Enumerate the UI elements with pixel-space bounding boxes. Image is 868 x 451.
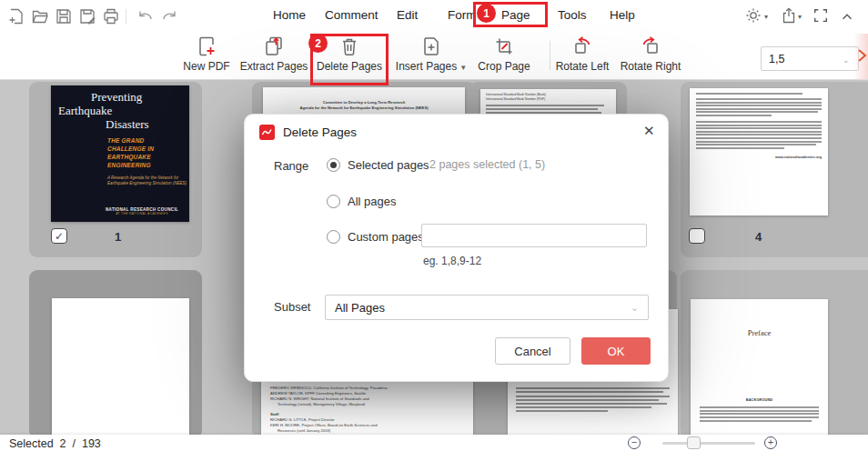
page-1-checkbox[interactable]: ✓ bbox=[51, 228, 67, 244]
thumbnail-page-4[interactable]: www.nationalacademies.org bbox=[690, 88, 828, 215]
delete-pages-icon bbox=[338, 35, 360, 58]
selected-pages-note: 2 pages selected (1, 5) bbox=[429, 158, 545, 171]
status-bar: Selected 2 / 193 − + bbox=[0, 435, 868, 451]
zoom-slider-handle[interactable] bbox=[687, 436, 701, 449]
page-4-checkbox[interactable] bbox=[689, 228, 705, 244]
subset-label: Subset bbox=[274, 300, 310, 314]
tab-form[interactable]: Form bbox=[448, 8, 477, 22]
extract-pages-button[interactable]: Extract Pages bbox=[230, 35, 318, 78]
top-bar: Home Comment Edit Form Page Tools Help 1… bbox=[0, 0, 868, 32]
crop-page-button[interactable]: Crop Page bbox=[460, 35, 548, 78]
zoom-out-icon[interactable]: − bbox=[628, 436, 641, 449]
share-caret-icon[interactable]: ▾ bbox=[798, 13, 802, 21]
tab-comment[interactable]: Comment bbox=[325, 8, 378, 22]
cancel-button[interactable]: Cancel bbox=[495, 337, 570, 365]
tab-page[interactable]: Page bbox=[501, 8, 530, 22]
radio-custom-pages[interactable] bbox=[327, 230, 340, 244]
pdfelement-logo-icon bbox=[259, 125, 275, 140]
page-1-number: 1 bbox=[115, 230, 121, 244]
dialog-title: Delete Pages bbox=[283, 125, 357, 139]
pdf-editor-window: Home Comment Edit Form Page Tools Help 1… bbox=[0, 0, 868, 451]
rotate-right-icon bbox=[639, 35, 662, 58]
selected-label: Selected bbox=[9, 437, 54, 450]
thumbnail-page-1[interactable]: Preventing Earthquake Disasters THE GRAN… bbox=[51, 85, 189, 222]
subset-value: All Pages bbox=[335, 301, 385, 315]
share-icon[interactable] bbox=[780, 6, 798, 25]
subset-dropdown[interactable]: All Pages ⌄ bbox=[325, 295, 649, 320]
zoom-slider-track[interactable] bbox=[662, 442, 755, 445]
divider bbox=[126, 9, 126, 24]
undo-icon[interactable] bbox=[136, 7, 155, 25]
zoom-in-icon[interactable]: + bbox=[764, 436, 777, 449]
range-input-caret-icon[interactable]: ⌄ bbox=[843, 55, 850, 65]
selected-count: 2 / 193 bbox=[60, 437, 101, 450]
step-badge-2: 2 bbox=[308, 34, 328, 53]
close-icon[interactable]: ✕ bbox=[643, 123, 655, 139]
ok-button[interactable]: OK bbox=[581, 337, 651, 365]
new-pdf-icon bbox=[196, 35, 217, 58]
extract-pages-icon bbox=[263, 35, 285, 58]
delete-pages-dialog: Delete Pages ✕ Range Selected pages 2 pa… bbox=[244, 114, 669, 382]
insert-pages-icon bbox=[420, 35, 442, 58]
crop-page-icon bbox=[493, 35, 515, 58]
range-label: Range bbox=[274, 159, 308, 173]
open-file-icon[interactable] bbox=[31, 7, 49, 25]
radio-selected-pages-label[interactable]: Selected pages bbox=[348, 158, 429, 172]
radio-all-pages-label[interactable]: All pages bbox=[348, 195, 396, 208]
save-as-icon[interactable] bbox=[78, 7, 96, 25]
tab-tools[interactable]: Tools bbox=[558, 8, 587, 22]
radio-all-pages[interactable] bbox=[327, 195, 340, 208]
collapse-toolbar-icon[interactable] bbox=[839, 8, 857, 26]
radio-selected-pages[interactable] bbox=[327, 158, 340, 172]
print-icon[interactable] bbox=[102, 7, 120, 25]
text-block bbox=[696, 98, 822, 116]
theme-icon[interactable] bbox=[744, 6, 762, 25]
page-toolbar: New PDF Extract Pages Delete Pages Inser… bbox=[0, 32, 868, 80]
toolbar-expand-icon[interactable] bbox=[856, 47, 867, 64]
step-badge-1: 1 bbox=[477, 4, 496, 23]
custom-pages-input[interactable] bbox=[421, 224, 647, 247]
tab-edit[interactable]: Edit bbox=[397, 8, 418, 22]
chevron-down-icon: ⌄ bbox=[631, 302, 639, 314]
theme-caret-icon[interactable]: ▾ bbox=[764, 13, 768, 21]
new-file-icon[interactable] bbox=[7, 7, 25, 25]
active-tab-underline bbox=[479, 25, 542, 27]
text-block bbox=[696, 121, 822, 149]
tab-home[interactable]: Home bbox=[273, 8, 306, 22]
fullscreen-icon[interactable] bbox=[812, 7, 831, 25]
rotate-left-icon bbox=[570, 35, 594, 58]
radio-custom-pages-label[interactable]: Custom pages bbox=[348, 230, 424, 244]
thumbnail-page-8[interactable]: Preface BACKGROUND bbox=[691, 299, 828, 435]
save-icon[interactable] bbox=[55, 7, 73, 25]
page-4-number: 4 bbox=[755, 230, 762, 244]
check-icon: ✓ bbox=[55, 230, 64, 243]
thumbnail-page-5[interactable] bbox=[52, 298, 189, 435]
tab-help[interactable]: Help bbox=[610, 8, 635, 22]
custom-pages-hint: eg. 1,8,9-12 bbox=[423, 255, 481, 267]
redo-icon[interactable] bbox=[160, 7, 178, 25]
rotate-right-button[interactable]: Rotate Right bbox=[607, 35, 694, 78]
